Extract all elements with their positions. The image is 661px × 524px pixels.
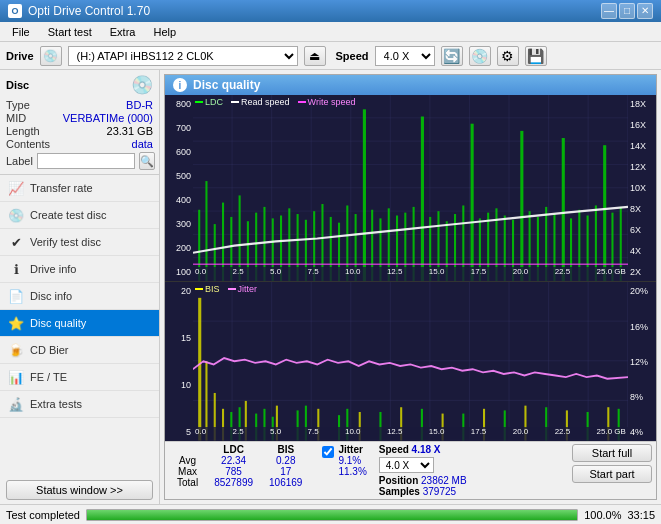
max-label: Max [169,466,206,477]
disc-info-icon: 📄 [8,288,24,304]
main-layout: Disc 💿 Type BD-R MID VERBATIMe (000) Len… [0,70,661,504]
sidebar-item-drive-info[interactable]: ℹ Drive info [0,256,159,283]
svg-rect-48 [562,138,565,281]
svg-rect-5 [205,181,207,281]
menu-help[interactable]: Help [145,24,184,40]
type-label: Type [6,99,30,111]
cd-bier-icon: 🍺 [8,342,24,358]
disc-quality-panel: i Disc quality LDC Read speed [164,74,657,500]
start-full-button[interactable]: Start full [572,444,652,462]
speed-value: 4.18 X [412,444,441,455]
quality-header-icon: i [173,78,187,92]
sidebar-item-disc-quality[interactable]: ⭐ Disc quality [0,310,159,337]
status-text: Test completed [6,509,80,521]
avg-label: Avg [169,455,206,466]
chart1-area: LDC Read speed Write speed 8007 [165,95,656,282]
total-ldc: 8527899 [206,477,261,488]
sidebar-item-verify-test-disc[interactable]: ✔ Verify test disc [0,229,159,256]
drive-info-icon: ℹ [8,261,24,277]
sidebar-item-create-test-disc[interactable]: 💿 Create test disc [0,202,159,229]
disc-title: Disc [6,79,29,91]
progress-bar [87,510,577,520]
save-button[interactable]: 💾 [525,46,547,66]
drive-bar: Drive 💿 (H:) ATAPI iHBS112 2 CL0K ⏏ Spee… [0,42,661,70]
label-input[interactable] [37,153,135,169]
chart2-y-right: 20%16%12%8%4% [628,282,656,441]
jitter-max: 11.3% [338,466,366,477]
samples-label: Samples [379,486,420,497]
chart1-y-left: 800700600500400300200100 [165,95,193,281]
start-part-button[interactable]: Start part [572,465,652,483]
drive-icon-btn[interactable]: 💿 [40,46,62,66]
col-bis: BIS [261,444,310,455]
contents-value: data [132,138,153,150]
close-button[interactable]: ✕ [637,3,653,19]
menu-bar: File Start test Extra Help [0,22,661,42]
svg-rect-60 [198,298,201,441]
jitter-avg: 9.1% [338,455,366,466]
disc-panel: Disc 💿 Type BD-R MID VERBATIMe (000) Len… [0,70,159,175]
max-ldc: 785 [206,466,261,477]
maximize-button[interactable]: □ [619,3,635,19]
avg-ldc: 22.34 [206,455,261,466]
chart1-x-labels: 0.02.55.07.510.012.515.017.520.022.525.0… [193,267,628,281]
minimize-button[interactable]: — [601,3,617,19]
start-buttons: Start full Start part [572,444,652,483]
chart2-area: BIS Jitter 2015105 [165,282,656,441]
menu-start-test[interactable]: Start test [40,24,100,40]
position-value: 23862 MB [421,475,467,486]
sidebar-item-label: Disc info [30,290,72,302]
refresh-button[interactable]: 🔄 [441,46,463,66]
progress-label: 100.0% [584,509,621,521]
jitter-section: Jitter 9.1% 11.3% [322,444,366,477]
stats-max-row: Max 785 17 [169,466,310,477]
quality-title: Disc quality [193,78,260,92]
label-search-button[interactable]: 🔍 [139,152,155,170]
speed-dropdown[interactable]: 4.0 X [379,457,434,473]
chart2-svg [193,282,628,441]
speed-label: Speed [336,50,369,62]
col-ldc: LDC [206,444,261,455]
extra-tests-icon: 🔬 [8,396,24,412]
jitter-checkbox[interactable] [322,446,334,458]
total-bis: 106169 [261,477,310,488]
position-label: Position [379,475,418,486]
fe-te-icon: 📊 [8,369,24,385]
disc-button[interactable]: 💿 [469,46,491,66]
menu-extra[interactable]: Extra [102,24,144,40]
chart1-main: 0.02.55.07.510.012.515.017.520.022.525.0… [193,95,628,281]
speed-label: Speed [379,444,409,455]
sidebar-item-label: Drive info [30,263,76,275]
eject-button[interactable]: ⏏ [304,46,326,66]
svg-rect-59 [193,282,628,441]
drive-label: Drive [6,50,34,62]
stats-avg-row: Avg 22.34 0.28 [169,455,310,466]
charts-container: LDC Read speed Write speed 8007 [165,95,656,441]
sidebar-item-cd-bier[interactable]: 🍺 CD Bier [0,337,159,364]
samples-value: 379725 [423,486,456,497]
chart1-y-right: 18X16X14X12X10X8X6X4X2X [628,95,656,281]
speed-select[interactable]: 4.0 X [375,46,435,66]
sidebar-item-label: Disc quality [30,317,86,329]
progress-container [86,509,578,521]
length-label: Length [6,125,40,137]
settings-button[interactable]: ⚙ [497,46,519,66]
status-window-button[interactable]: Status window >> [6,480,153,500]
nav-items: 📈 Transfer rate 💿 Create test disc ✔ Ver… [0,175,159,476]
sidebar-item-extra-tests[interactable]: 🔬 Extra tests [0,391,159,418]
mid-label: MID [6,112,26,124]
sidebar-item-fe-te[interactable]: 📊 FE / TE [0,364,159,391]
jitter-label: Jitter [338,444,362,455]
drive-select[interactable]: (H:) ATAPI iHBS112 2 CL0K [68,46,298,66]
mid-value: VERBATIMe (000) [63,112,153,124]
chart1-legend: LDC Read speed Write speed [195,97,355,107]
quality-header: i Disc quality [165,75,656,95]
content-area: i Disc quality LDC Read speed [160,70,661,504]
chart2-x-labels: 0.02.55.07.510.012.515.017.520.022.525.0… [193,427,628,441]
menu-file[interactable]: File [4,24,38,40]
sidebar-item-label: Verify test disc [30,236,101,248]
sidebar-item-disc-info[interactable]: 📄 Disc info [0,283,159,310]
stats-row: LDC BIS Avg 22.34 0.28 Max 785 [165,441,656,499]
sidebar-item-transfer-rate[interactable]: 📈 Transfer rate [0,175,159,202]
sidebar-item-label: Extra tests [30,398,82,410]
